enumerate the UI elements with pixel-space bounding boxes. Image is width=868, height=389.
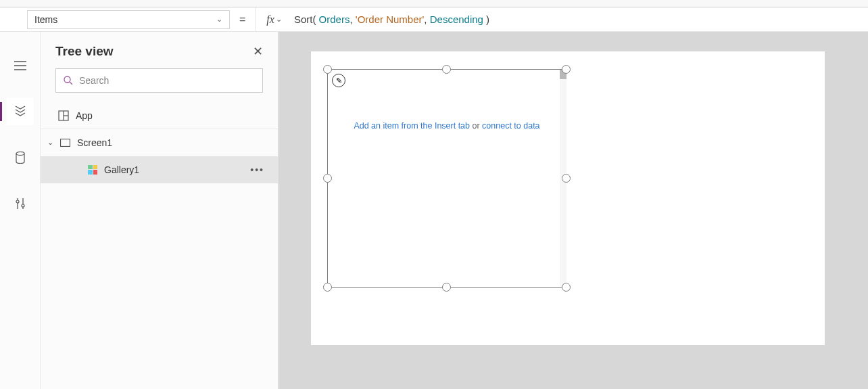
gallery-control[interactable]: ✎ Add an item from the Insert tab or con… [327, 69, 566, 288]
tree-header: Tree view ✕ [41, 32, 278, 68]
svg-point-3 [64, 76, 70, 83]
screen-canvas[interactable]: ✎ Add an item from the Insert tab or con… [311, 51, 825, 345]
gallery-icon [88, 165, 97, 175]
search-box[interactable] [55, 68, 263, 93]
fx-chevron-down-icon[interactable]: ⌄ [276, 15, 282, 24]
svg-point-0 [16, 152, 24, 156]
formula-input[interactable]: Sort( Orders, 'Order Number', Descending… [294, 14, 489, 26]
insert-link[interactable]: Add an item from the Insert tab [354, 121, 470, 131]
search-input[interactable] [79, 75, 256, 86]
screen-icon [60, 139, 70, 147]
tree-list: App ⌄ Screen1 Gallery1 ••• [41, 102, 278, 389]
fx-wrap: fx ⌄ Sort( Orders, 'Order Number', Desce… [255, 7, 489, 32]
left-rail [0, 32, 41, 389]
tree-item-app[interactable]: App [41, 102, 278, 129]
main-area: Tree view ✕ App ⌄ Screen1 Gallery1 [0, 32, 868, 389]
svg-point-1 [16, 200, 19, 203]
resize-handle[interactable] [562, 283, 571, 292]
tree-view-panel: Tree view ✕ App ⌄ Screen1 Gallery1 [41, 32, 279, 389]
property-selector[interactable]: Items ⌄ [27, 10, 230, 29]
canvas-area[interactable]: ✎ Add an item from the Insert tab or con… [279, 32, 868, 389]
close-icon[interactable]: ✕ [253, 44, 263, 59]
more-icon[interactable]: ••• [250, 164, 264, 175]
resize-handle[interactable] [323, 65, 332, 74]
property-label: Items [34, 14, 57, 25]
edit-pencil-icon[interactable]: ✎ [332, 74, 345, 87]
tree-title: Tree view [55, 44, 114, 59]
tree-view-icon[interactable] [7, 98, 34, 125]
resize-handle[interactable] [442, 283, 451, 292]
tree-item-gallery[interactable]: Gallery1 ••• [41, 156, 278, 183]
hamburger-icon[interactable] [7, 52, 34, 79]
tree-item-screen[interactable]: ⌄ Screen1 [41, 129, 278, 156]
resize-handle[interactable] [323, 283, 332, 292]
data-icon[interactable] [7, 144, 34, 171]
connect-data-link[interactable]: connect to data [482, 121, 539, 131]
equals-label: = [239, 14, 245, 26]
chevron-down-icon: ⌄ [47, 138, 53, 147]
fx-icon: fx [266, 14, 274, 26]
resize-handle[interactable] [323, 174, 332, 183]
top-chrome [0, 0, 868, 7]
chevron-down-icon: ⌄ [216, 15, 222, 24]
gallery-empty-message: Add an item from the Insert tab or conne… [328, 121, 566, 131]
tree-item-label: Gallery1 [104, 164, 139, 175]
svg-rect-8 [61, 139, 70, 146]
resize-handle[interactable] [562, 65, 571, 74]
tree-item-label: Screen1 [77, 137, 112, 148]
app-icon [58, 110, 69, 121]
resize-handle[interactable] [562, 174, 571, 183]
tree-item-label: App [76, 110, 93, 121]
svg-line-4 [70, 82, 72, 85]
resize-handle[interactable] [442, 65, 451, 74]
advanced-tools-icon[interactable] [7, 190, 34, 217]
search-icon [63, 75, 74, 86]
svg-point-2 [22, 204, 24, 207]
formula-bar: Items ⌄ = fx ⌄ Sort( Orders, 'Order Numb… [0, 7, 868, 32]
